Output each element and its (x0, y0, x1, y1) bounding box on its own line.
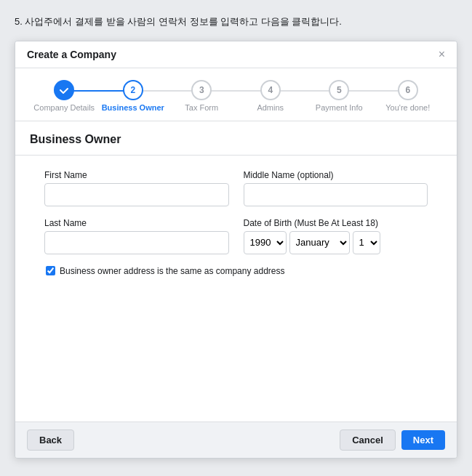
step-4-circle: 4 (260, 80, 281, 100)
dob-label: Date of Birth (Must Be At Least 18) (244, 218, 428, 228)
step-3: 3 Tax Form (167, 80, 236, 112)
last-name-label: Last Name (44, 218, 229, 228)
modal-header: Create a Company × (15, 41, 457, 68)
step-2-label: Business Owner (102, 103, 164, 112)
step-6-label: You're done! (385, 103, 430, 112)
address-checkbox[interactable] (46, 266, 55, 275)
address-checkbox-row: Business owner address is the same as co… (44, 266, 428, 276)
step-1-circle (54, 80, 74, 100)
last-name-group: Last Name (44, 218, 229, 254)
middle-name-group: Middle Name (optional) (244, 170, 428, 206)
step-4-label: Admins (257, 103, 284, 112)
cancel-button[interactable]: Cancel (340, 429, 396, 451)
section-title: Business Owner (15, 121, 457, 156)
form-row-2: Last Name Date of Birth (Must Be At Leas… (44, 218, 428, 254)
modal-footer: Back Cancel Next (15, 421, 457, 458)
first-name-input[interactable] (44, 183, 229, 206)
step-6-circle: 6 (398, 80, 418, 100)
dob-row: 1990 1991 1989 January February March 1 … (244, 231, 428, 254)
dob-day-select[interactable]: 1 2 3 (353, 231, 380, 254)
middle-name-input[interactable] (244, 183, 428, 206)
step-3-label: Tax Form (185, 103, 218, 112)
dob-month-select[interactable]: January February March (289, 231, 350, 254)
dob-group: Date of Birth (Must Be At Least 18) 1990… (244, 218, 428, 254)
next-button[interactable]: Next (401, 430, 445, 450)
step-1-label: Company Details (33, 103, 95, 112)
step-2: 2 Business Owner (99, 80, 168, 112)
empty-area (15, 291, 457, 421)
step-4: 4 Admins (236, 80, 305, 112)
form-row-1: First Name Middle Name (optional) (44, 170, 428, 206)
modal-dialog: Create a Company × Company Details 2 Bus… (15, 41, 457, 459)
first-name-label: First Name (44, 170, 229, 180)
step-5: 5 Payment Info (305, 80, 374, 112)
step-5-label: Payment Info (316, 103, 363, 112)
middle-name-label: Middle Name (optional) (244, 170, 428, 180)
stepper: Company Details 2 Business Owner 3 Tax F… (15, 68, 457, 121)
back-button[interactable]: Back (27, 429, 74, 451)
modal-content: Business Owner First Name Middle Name (o… (15, 121, 457, 421)
step-6: 6 You're done! (374, 80, 443, 112)
step-2-circle: 2 (123, 80, 143, 100)
address-checkbox-label: Business owner address is the same as co… (60, 266, 285, 276)
dob-year-select[interactable]: 1990 1991 1989 (244, 231, 287, 254)
footer-right: Cancel Next (340, 429, 445, 451)
instruction-text: 5. 사업주에서 결제를 받을 사람의 연락처 정보를 입력하고 다음을 클릭합… (15, 15, 457, 29)
last-name-input[interactable] (44, 231, 229, 254)
step-3-circle: 3 (191, 80, 212, 100)
step-5-circle: 5 (329, 80, 349, 100)
first-name-group: First Name (44, 170, 229, 206)
step-1: Company Details (30, 80, 99, 112)
form-body: First Name Middle Name (optional) Last N… (15, 156, 457, 291)
modal-title: Create a Company (27, 49, 116, 60)
close-button[interactable]: × (439, 49, 445, 60)
